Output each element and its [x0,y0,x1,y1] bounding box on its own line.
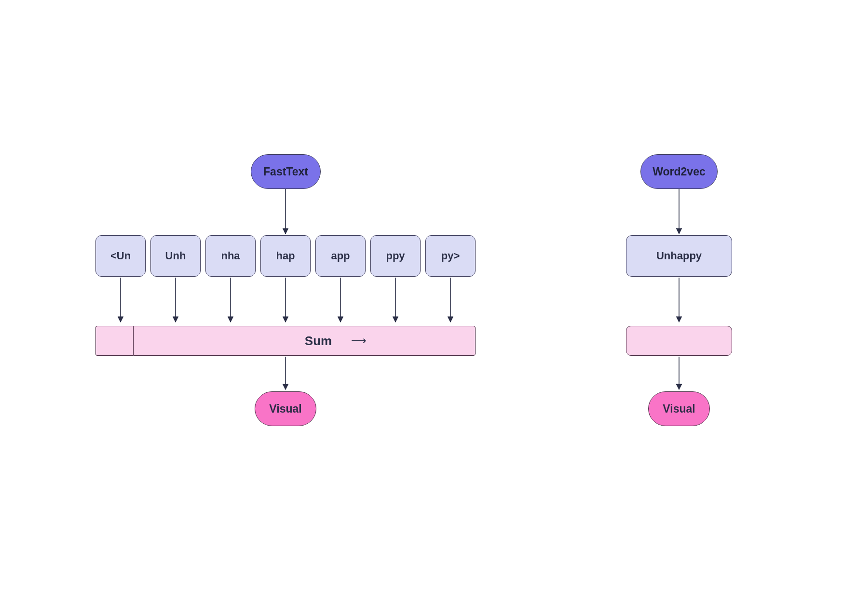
ngram-6-label: py> [441,250,460,262]
word2vec-output-label: Visual [663,402,695,415]
sum-label: Sum [305,334,332,348]
fasttext-title-label: FastText [263,165,308,178]
fasttext-output: Visual [255,391,316,426]
ngram-0: <Un [95,235,146,277]
fasttext-output-label: Visual [269,402,301,415]
arrow-right-icon: ⟶ [351,335,367,346]
ngram-5-label: ppy [386,250,405,262]
diagram-canvas: FastText <Un Unh nha hap app ppy py> Sum… [0,0,843,616]
ngram-2: nha [205,235,256,277]
word2vec-output: Visual [648,391,710,426]
ngram-1: Unh [150,235,201,277]
sum-bar-left-segment [95,326,133,356]
fasttext-title: FastText [251,154,321,189]
edges-layer [0,0,843,616]
ngram-5: ppy [370,235,421,277]
word-box-label: Unhappy [656,250,702,262]
word2vec-title-label: Word2vec [653,165,706,178]
ngram-3-label: hap [276,250,295,262]
ngram-6: py> [425,235,476,277]
embedding-box [626,326,732,356]
ngram-1-label: Unh [165,250,186,262]
ngram-4: app [315,235,366,277]
ngram-2-label: nha [221,250,240,262]
ngram-3: hap [260,235,311,277]
ngram-4-label: app [331,250,350,262]
ngram-0-label: <Un [110,250,131,262]
sum-bar-main: Sum ⟶ [133,326,476,356]
word-box: Unhappy [626,235,732,277]
word2vec-title: Word2vec [640,154,718,189]
